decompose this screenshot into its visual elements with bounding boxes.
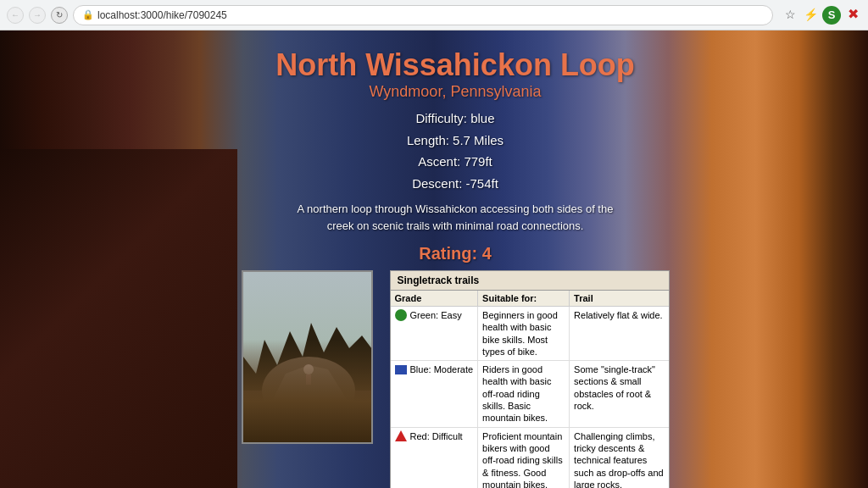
difficulty-label: Difficulty: xyxy=(415,111,467,125)
suitable-red: Proficient mountain bikers with good off… xyxy=(478,427,570,488)
grade-cell-green: Green: Easy xyxy=(391,307,478,361)
main-flex: Singletrack trails Grade Suitable for: T… xyxy=(242,270,670,488)
browser-actions: ☆ ⚡ S ✖ xyxy=(782,6,861,25)
grade-label-blue: Blue: Moderate xyxy=(410,363,474,375)
grade-label-green: Green: Easy xyxy=(410,309,462,321)
col-suitable: Suitable for: xyxy=(478,291,570,307)
url-text: localhost:3000/hike/7090245 xyxy=(97,9,227,21)
table-row: Green: Easy Beginners in good health wit… xyxy=(391,307,669,361)
svg-marker-4 xyxy=(269,365,349,420)
length-stat: Length: 5.7 Miles xyxy=(407,130,504,152)
rating-label: Rating: xyxy=(419,244,477,263)
back-button[interactable]: ← xyxy=(7,7,24,24)
forward-button[interactable]: → xyxy=(29,7,46,24)
grade-label-red: Red: Difficult xyxy=(410,430,463,442)
table-row: Red: Difficult Proficient mountain biker… xyxy=(391,427,669,488)
svg-rect-0 xyxy=(243,272,373,444)
reload-button[interactable]: ↻ xyxy=(51,7,68,24)
ascent-value: 779ft xyxy=(464,154,492,169)
trail-green: Relatively flat & wide. xyxy=(570,307,669,361)
length-value: 5.7 Miles xyxy=(453,133,504,147)
browser-chrome: ← → ↻ 🔒 localhost:3000/hike/7090245 ☆ ⚡ … xyxy=(0,0,868,30)
trail-stats: Difficulty: blue Length: 5.7 Miles Ascen… xyxy=(407,108,504,194)
descent-value: -754ft xyxy=(466,176,498,191)
col-grade: Grade xyxy=(391,291,478,307)
red-triangle-icon xyxy=(395,430,407,441)
profile-button[interactable]: S xyxy=(822,6,841,25)
trail-red: Challenging climbs, tricky descents & te… xyxy=(570,427,669,488)
bookmark-button[interactable]: ☆ xyxy=(782,6,798,23)
difficulty-value: blue xyxy=(470,111,494,125)
trail-location: Wyndmoor, Pennsylvania xyxy=(370,83,542,101)
grade-cell-red: Red: Difficult xyxy=(391,427,478,488)
suitable-green: Beginners in good health with basic bike… xyxy=(478,307,570,361)
svg-marker-1 xyxy=(243,323,373,444)
svg-rect-6 xyxy=(306,374,311,385)
menu-button[interactable]: ✖ xyxy=(844,6,861,23)
trails-table-container: Singletrack trails Grade Suitable for: T… xyxy=(390,270,670,488)
green-circle-icon xyxy=(395,309,407,321)
ascent-label: Ascent: xyxy=(418,154,460,169)
descent-stat: Descent: -754ft xyxy=(407,173,504,195)
extensions-button[interactable]: ⚡ xyxy=(802,6,819,23)
svg-point-3 xyxy=(262,357,355,424)
trail-blue: Some "single-track" sections & small obs… xyxy=(570,361,669,427)
difficulty-stat: Difficulty: blue xyxy=(407,108,504,130)
trail-title: North Wissahickon Loop xyxy=(275,47,635,83)
trails-table: Grade Suitable for: Trail Green: Easy xyxy=(391,291,669,488)
url-bar[interactable]: 🔒 localhost:3000/hike/7090245 xyxy=(73,5,773,25)
trail-image xyxy=(242,270,373,444)
descent-label: Descent: xyxy=(412,176,462,191)
page-content: North Wissahickon Loop Wyndmoor, Pennsyl… xyxy=(110,30,800,488)
ascent-stat: Ascent: 779ft xyxy=(407,151,504,173)
suitable-blue: Riders in good health with basic off-roa… xyxy=(478,361,570,427)
lock-icon: 🔒 xyxy=(82,9,94,20)
grade-cell-blue: Blue: Moderate xyxy=(391,361,478,427)
trail-description: A northern loop through Wissahickon acce… xyxy=(294,201,616,234)
length-label: Length: xyxy=(407,133,449,147)
trail-rating: Rating: 4 xyxy=(419,244,492,263)
rating-value: 4 xyxy=(482,244,492,263)
table-row: Blue: Moderate Riders in good health wit… xyxy=(391,361,669,427)
svg-point-5 xyxy=(303,364,314,374)
blue-square-icon xyxy=(395,365,407,374)
col-trail: Trail xyxy=(570,291,669,307)
trails-table-header: Singletrack trails xyxy=(391,271,669,291)
svg-rect-2 xyxy=(243,391,373,444)
